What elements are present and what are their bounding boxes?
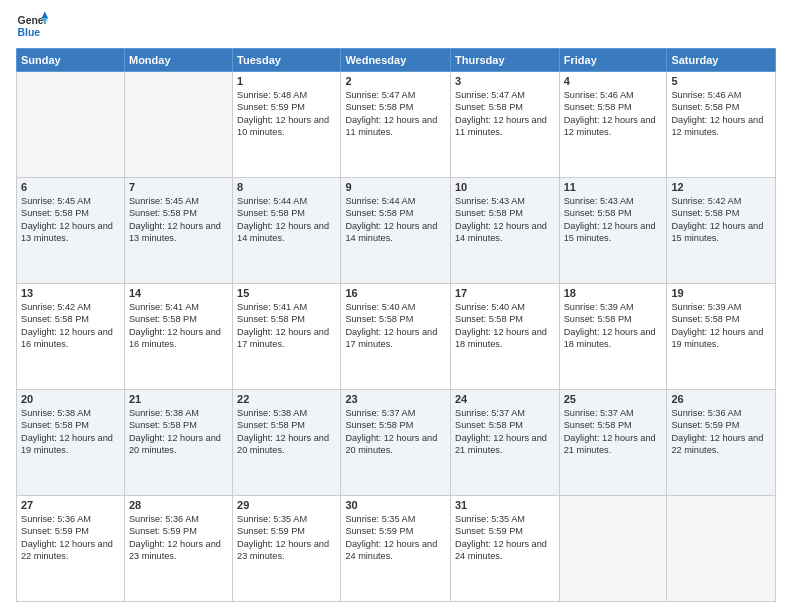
calendar-cell: 31Sunrise: 5:35 AM Sunset: 5:59 PM Dayli… [451, 496, 560, 602]
day-info: Sunrise: 5:37 AM Sunset: 5:58 PM Dayligh… [345, 407, 446, 457]
day-number: 10 [455, 181, 555, 193]
day-number: 30 [345, 499, 446, 511]
day-info: Sunrise: 5:35 AM Sunset: 5:59 PM Dayligh… [237, 513, 336, 563]
calendar-week-5: 27Sunrise: 5:36 AM Sunset: 5:59 PM Dayli… [17, 496, 776, 602]
calendar-cell: 16Sunrise: 5:40 AM Sunset: 5:58 PM Dayli… [341, 284, 451, 390]
calendar-cell: 19Sunrise: 5:39 AM Sunset: 5:58 PM Dayli… [667, 284, 776, 390]
day-number: 29 [237, 499, 336, 511]
calendar-cell: 26Sunrise: 5:36 AM Sunset: 5:59 PM Dayli… [667, 390, 776, 496]
day-number: 19 [671, 287, 771, 299]
header: General Blue [16, 10, 776, 42]
day-info: Sunrise: 5:36 AM Sunset: 5:59 PM Dayligh… [129, 513, 228, 563]
day-info: Sunrise: 5:46 AM Sunset: 5:58 PM Dayligh… [671, 89, 771, 139]
calendar-cell: 28Sunrise: 5:36 AM Sunset: 5:59 PM Dayli… [124, 496, 232, 602]
day-number: 26 [671, 393, 771, 405]
day-info: Sunrise: 5:38 AM Sunset: 5:58 PM Dayligh… [237, 407, 336, 457]
day-number: 21 [129, 393, 228, 405]
day-info: Sunrise: 5:42 AM Sunset: 5:58 PM Dayligh… [21, 301, 120, 351]
day-info: Sunrise: 5:39 AM Sunset: 5:58 PM Dayligh… [564, 301, 663, 351]
calendar-cell: 10Sunrise: 5:43 AM Sunset: 5:58 PM Dayli… [451, 178, 560, 284]
calendar-header-monday: Monday [124, 49, 232, 72]
calendar-cell: 7Sunrise: 5:45 AM Sunset: 5:58 PM Daylig… [124, 178, 232, 284]
calendar-cell: 18Sunrise: 5:39 AM Sunset: 5:58 PM Dayli… [559, 284, 667, 390]
calendar-cell: 5Sunrise: 5:46 AM Sunset: 5:58 PM Daylig… [667, 72, 776, 178]
day-number: 14 [129, 287, 228, 299]
calendar-header-thursday: Thursday [451, 49, 560, 72]
calendar-cell: 15Sunrise: 5:41 AM Sunset: 5:58 PM Dayli… [233, 284, 341, 390]
day-info: Sunrise: 5:43 AM Sunset: 5:58 PM Dayligh… [564, 195, 663, 245]
calendar-cell: 8Sunrise: 5:44 AM Sunset: 5:58 PM Daylig… [233, 178, 341, 284]
day-number: 5 [671, 75, 771, 87]
day-info: Sunrise: 5:47 AM Sunset: 5:58 PM Dayligh… [345, 89, 446, 139]
calendar-week-3: 13Sunrise: 5:42 AM Sunset: 5:58 PM Dayli… [17, 284, 776, 390]
calendar-cell: 13Sunrise: 5:42 AM Sunset: 5:58 PM Dayli… [17, 284, 125, 390]
day-info: Sunrise: 5:37 AM Sunset: 5:58 PM Dayligh… [455, 407, 555, 457]
calendar-cell: 6Sunrise: 5:45 AM Sunset: 5:58 PM Daylig… [17, 178, 125, 284]
calendar-week-1: 1Sunrise: 5:48 AM Sunset: 5:59 PM Daylig… [17, 72, 776, 178]
day-number: 9 [345, 181, 446, 193]
calendar-cell: 11Sunrise: 5:43 AM Sunset: 5:58 PM Dayli… [559, 178, 667, 284]
calendar-cell [667, 496, 776, 602]
calendar-cell: 21Sunrise: 5:38 AM Sunset: 5:58 PM Dayli… [124, 390, 232, 496]
calendar-cell: 14Sunrise: 5:41 AM Sunset: 5:58 PM Dayli… [124, 284, 232, 390]
day-info: Sunrise: 5:44 AM Sunset: 5:58 PM Dayligh… [237, 195, 336, 245]
day-info: Sunrise: 5:35 AM Sunset: 5:59 PM Dayligh… [455, 513, 555, 563]
calendar-cell: 9Sunrise: 5:44 AM Sunset: 5:58 PM Daylig… [341, 178, 451, 284]
day-info: Sunrise: 5:36 AM Sunset: 5:59 PM Dayligh… [671, 407, 771, 457]
page: General Blue SundayMondayTuesdayWednesda… [0, 0, 792, 612]
day-info: Sunrise: 5:41 AM Sunset: 5:58 PM Dayligh… [237, 301, 336, 351]
day-number: 16 [345, 287, 446, 299]
calendar-cell [17, 72, 125, 178]
calendar-cell: 2Sunrise: 5:47 AM Sunset: 5:58 PM Daylig… [341, 72, 451, 178]
logo: General Blue [16, 10, 48, 42]
day-info: Sunrise: 5:35 AM Sunset: 5:59 PM Dayligh… [345, 513, 446, 563]
day-number: 15 [237, 287, 336, 299]
day-info: Sunrise: 5:42 AM Sunset: 5:58 PM Dayligh… [671, 195, 771, 245]
day-number: 8 [237, 181, 336, 193]
calendar-cell: 1Sunrise: 5:48 AM Sunset: 5:59 PM Daylig… [233, 72, 341, 178]
calendar-header-sunday: Sunday [17, 49, 125, 72]
day-number: 6 [21, 181, 120, 193]
calendar-table: SundayMondayTuesdayWednesdayThursdayFrid… [16, 48, 776, 602]
day-info: Sunrise: 5:41 AM Sunset: 5:58 PM Dayligh… [129, 301, 228, 351]
svg-text:Blue: Blue [18, 27, 41, 38]
calendar-cell: 12Sunrise: 5:42 AM Sunset: 5:58 PM Dayli… [667, 178, 776, 284]
calendar-header-tuesday: Tuesday [233, 49, 341, 72]
day-number: 28 [129, 499, 228, 511]
day-info: Sunrise: 5:43 AM Sunset: 5:58 PM Dayligh… [455, 195, 555, 245]
logo-icon: General Blue [16, 10, 48, 42]
day-number: 17 [455, 287, 555, 299]
calendar-cell [559, 496, 667, 602]
calendar-cell: 29Sunrise: 5:35 AM Sunset: 5:59 PM Dayli… [233, 496, 341, 602]
day-number: 24 [455, 393, 555, 405]
day-info: Sunrise: 5:48 AM Sunset: 5:59 PM Dayligh… [237, 89, 336, 139]
calendar-header-friday: Friday [559, 49, 667, 72]
day-number: 11 [564, 181, 663, 193]
calendar-week-2: 6Sunrise: 5:45 AM Sunset: 5:58 PM Daylig… [17, 178, 776, 284]
calendar-cell: 17Sunrise: 5:40 AM Sunset: 5:58 PM Dayli… [451, 284, 560, 390]
day-number: 3 [455, 75, 555, 87]
day-number: 2 [345, 75, 446, 87]
calendar-cell: 27Sunrise: 5:36 AM Sunset: 5:59 PM Dayli… [17, 496, 125, 602]
day-info: Sunrise: 5:45 AM Sunset: 5:58 PM Dayligh… [21, 195, 120, 245]
day-number: 22 [237, 393, 336, 405]
day-info: Sunrise: 5:40 AM Sunset: 5:58 PM Dayligh… [455, 301, 555, 351]
calendar-cell: 23Sunrise: 5:37 AM Sunset: 5:58 PM Dayli… [341, 390, 451, 496]
calendar-cell: 4Sunrise: 5:46 AM Sunset: 5:58 PM Daylig… [559, 72, 667, 178]
calendar-header-wednesday: Wednesday [341, 49, 451, 72]
day-info: Sunrise: 5:38 AM Sunset: 5:58 PM Dayligh… [21, 407, 120, 457]
day-number: 23 [345, 393, 446, 405]
calendar-cell: 25Sunrise: 5:37 AM Sunset: 5:58 PM Dayli… [559, 390, 667, 496]
day-info: Sunrise: 5:44 AM Sunset: 5:58 PM Dayligh… [345, 195, 446, 245]
calendar-week-4: 20Sunrise: 5:38 AM Sunset: 5:58 PM Dayli… [17, 390, 776, 496]
calendar-cell: 30Sunrise: 5:35 AM Sunset: 5:59 PM Dayli… [341, 496, 451, 602]
day-number: 31 [455, 499, 555, 511]
day-info: Sunrise: 5:37 AM Sunset: 5:58 PM Dayligh… [564, 407, 663, 457]
day-info: Sunrise: 5:38 AM Sunset: 5:58 PM Dayligh… [129, 407, 228, 457]
day-number: 4 [564, 75, 663, 87]
day-number: 13 [21, 287, 120, 299]
day-number: 1 [237, 75, 336, 87]
day-number: 12 [671, 181, 771, 193]
day-info: Sunrise: 5:46 AM Sunset: 5:58 PM Dayligh… [564, 89, 663, 139]
day-info: Sunrise: 5:40 AM Sunset: 5:58 PM Dayligh… [345, 301, 446, 351]
